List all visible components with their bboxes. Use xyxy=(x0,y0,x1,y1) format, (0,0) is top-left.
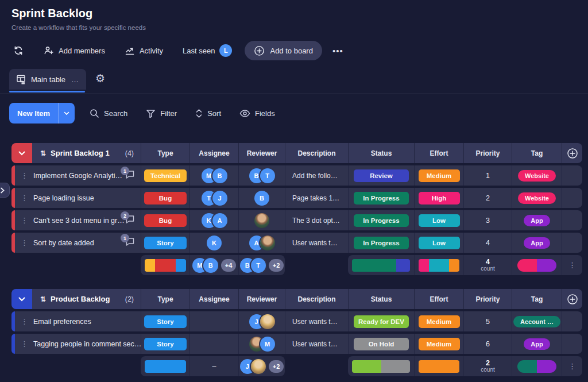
avatar[interactable]: T xyxy=(251,258,266,273)
type-cell[interactable]: Bug xyxy=(141,188,189,208)
summary-menu-icon[interactable]: ⋮ xyxy=(562,255,582,275)
effort-cell[interactable]: Medium xyxy=(414,165,463,186)
priority-cell[interactable]: 5 xyxy=(463,311,512,331)
status-pill[interactable]: Ready for DEV xyxy=(354,315,409,328)
type-distribution-bar[interactable] xyxy=(145,259,186,272)
row-title[interactable]: Page loading issue xyxy=(33,194,94,202)
status-pill[interactable]: In Progress xyxy=(354,192,409,204)
effort-pill[interactable]: Medium xyxy=(419,169,460,182)
status-cell[interactable]: In Progress xyxy=(348,233,414,253)
tag-cell[interactable]: Account … xyxy=(512,311,562,331)
reviewer-cell[interactable]: B T xyxy=(238,165,285,186)
type-pill[interactable]: Story xyxy=(144,315,187,328)
status-cell[interactable]: Ready for DEV xyxy=(348,311,414,331)
avatar[interactable]: J xyxy=(212,191,227,206)
avatar-photo[interactable] xyxy=(260,314,275,329)
assignee-cell[interactable] xyxy=(189,334,238,354)
row-name-cell[interactable]: ⋮ Page loading issue xyxy=(11,188,141,208)
avatar[interactable]: B xyxy=(212,168,227,183)
group-collapse-button[interactable] xyxy=(11,289,32,309)
drag-handle-icon[interactable]: ⇅ xyxy=(40,149,46,157)
avatar[interactable]: M xyxy=(260,337,275,352)
effort-cell[interactable]: Medium xyxy=(414,311,463,331)
effort-pill[interactable]: Medium xyxy=(419,338,460,350)
description-cell[interactable]: User wants t… xyxy=(285,311,348,331)
type-cell[interactable]: Story xyxy=(141,311,189,331)
reviewer-cell[interactable]: J xyxy=(238,311,285,331)
type-pill[interactable]: Story xyxy=(144,338,187,350)
type-distribution-bar[interactable] xyxy=(145,360,186,373)
type-cell[interactable]: Story xyxy=(141,233,189,253)
type-pill[interactable]: Story xyxy=(144,237,187,249)
tag-pill[interactable]: Website xyxy=(518,192,556,204)
tag-distribution-bar[interactable] xyxy=(517,259,556,272)
row-menu-icon[interactable]: ⋮ xyxy=(21,171,28,180)
priority-cell[interactable]: 4 xyxy=(463,233,512,253)
more-options-icon[interactable]: ••• xyxy=(332,46,343,56)
priority-cell[interactable]: 1 xyxy=(463,165,512,186)
column-header-description[interactable]: Description xyxy=(285,143,348,163)
column-header-priority[interactable]: Priority xyxy=(463,143,512,163)
column-header-reviewer[interactable]: Reviewer xyxy=(238,143,285,163)
column-header-priority[interactable]: Priority xyxy=(463,289,512,309)
more-avatars-badge[interactable]: +2 xyxy=(269,360,284,373)
more-avatars-badge[interactable]: +2 xyxy=(269,259,284,272)
avatar-photo[interactable] xyxy=(260,236,275,250)
effort-pill[interactable]: High xyxy=(419,192,460,204)
row-name-cell[interactable]: ⋮ Implement Google Analyti… 1 xyxy=(11,165,141,186)
avatar[interactable]: B xyxy=(203,258,218,273)
type-cell[interactable]: Story xyxy=(141,334,189,354)
tag-cell[interactable]: App xyxy=(512,334,562,354)
row-menu-icon[interactable]: ⋮ xyxy=(21,238,28,247)
avatar[interactable]: K xyxy=(207,236,222,250)
row-menu-icon[interactable]: ⋮ xyxy=(21,317,28,326)
add-column-button[interactable] xyxy=(562,289,582,309)
type-pill[interactable]: Bug xyxy=(144,192,187,204)
drag-handle-icon[interactable]: ⇅ xyxy=(40,295,46,303)
assignee-cell[interactable]: K xyxy=(189,233,238,253)
avatar[interactable]: A xyxy=(212,213,227,228)
row-menu-icon[interactable]: ⋮ xyxy=(21,194,28,202)
avatar-photo[interactable] xyxy=(251,359,266,374)
more-avatars-badge[interactable]: +4 xyxy=(221,259,237,272)
column-header-effort[interactable]: Effort xyxy=(414,289,463,309)
type-cell[interactable]: Bug xyxy=(141,210,189,230)
column-header-assignee[interactable]: Assignee xyxy=(189,143,238,163)
group-title[interactable]: Sprint Backlog 1 xyxy=(51,149,110,157)
priority-cell[interactable]: 6 xyxy=(463,334,512,354)
row-name-cell[interactable]: ⋮ Can't see 3 dot menu in gr… 2 xyxy=(11,210,141,230)
tag-pill[interactable]: App xyxy=(524,237,550,249)
new-item-button[interactable]: New Item xyxy=(9,103,75,124)
column-header-effort[interactable]: Effort xyxy=(414,143,463,163)
summary-menu-icon[interactable]: ⋮ xyxy=(562,356,582,376)
row-title[interactable]: Tagging people in comment sec… xyxy=(33,340,141,348)
priority-cell[interactable]: 3 xyxy=(463,210,512,230)
sync-icon[interactable] xyxy=(13,45,24,56)
type-cell[interactable]: Technical xyxy=(141,165,189,186)
reviewer-cell[interactable]: M xyxy=(238,334,285,354)
description-cell[interactable]: User wants t… xyxy=(285,233,348,253)
assignee-cell[interactable]: T J xyxy=(189,188,238,208)
description-cell[interactable]: The 3 dot opt… xyxy=(285,210,348,230)
effort-distribution-bar[interactable] xyxy=(419,259,459,272)
type-pill[interactable]: Technical xyxy=(144,169,187,182)
activity-button[interactable]: Activity xyxy=(125,45,163,56)
avatar-photo[interactable] xyxy=(254,213,269,228)
row-menu-icon[interactable]: ⋮ xyxy=(21,339,28,348)
tag-pill[interactable]: App xyxy=(524,215,550,226)
assignee-cell[interactable]: M B xyxy=(189,165,238,186)
column-header-assignee[interactable]: Assignee xyxy=(189,289,238,309)
tag-cell[interactable]: Website xyxy=(512,188,562,208)
effort-pill[interactable]: Low xyxy=(419,214,460,227)
row-name-cell[interactable]: ⋮ Email preferences xyxy=(11,311,141,331)
tag-distribution-bar[interactable] xyxy=(517,360,556,373)
tag-cell[interactable]: App xyxy=(512,210,562,230)
comment-icon[interactable]: 2 xyxy=(125,215,135,226)
effort-cell[interactable]: Low xyxy=(414,233,463,253)
tag-cell[interactable]: App xyxy=(512,233,562,253)
column-header-tag[interactable]: Tag xyxy=(512,289,562,309)
row-title[interactable]: Sort by date added xyxy=(33,239,94,247)
status-distribution-bar[interactable] xyxy=(352,360,410,373)
group-collapse-button[interactable] xyxy=(11,143,32,163)
row-title[interactable]: Implement Google Analyti… xyxy=(33,172,122,180)
